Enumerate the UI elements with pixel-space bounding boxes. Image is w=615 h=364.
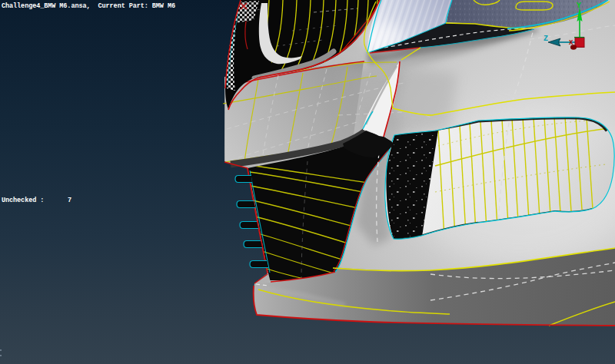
svg-text:Z: Z: [544, 35, 548, 43]
svg-text:Y: Y: [577, 2, 581, 10]
svg-text:X: X: [569, 39, 573, 47]
